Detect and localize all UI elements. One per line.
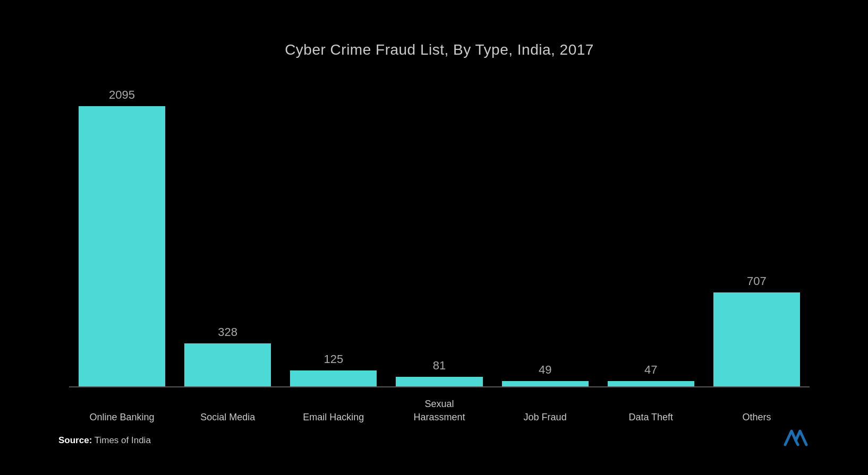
bar-group: 707Others — [704, 274, 810, 387]
bars-wrapper: 2095Online Banking328Social Media125Emai… — [69, 85, 810, 387]
bar-group: 2095Online Banking — [69, 88, 175, 387]
bar-label: Email Hacking — [296, 411, 371, 424]
bar-rect — [502, 381, 589, 387]
bar-value: 47 — [644, 363, 657, 377]
chart-container: Cyber Crime Fraud List, By Type, India, … — [27, 20, 841, 455]
bar-rect — [290, 370, 377, 387]
bar-rect — [608, 381, 694, 387]
chart-title: Cyber Crime Fraud List, By Type, India, … — [69, 41, 810, 58]
bar-label: Data Theft — [614, 411, 688, 424]
source-text: Times of India — [95, 435, 151, 445]
source-area: Source: Times of India — [58, 435, 151, 446]
bar-value: 2095 — [109, 88, 135, 102]
bar-group: 49Job Fraud — [492, 363, 598, 387]
bar-rect — [396, 377, 482, 387]
bar-label: Social Media — [191, 411, 265, 424]
bar-rect — [184, 343, 271, 387]
bar-group: 125Email Hacking — [280, 352, 386, 387]
bar-rect — [79, 106, 165, 387]
bar-label: Online Banking — [85, 411, 159, 424]
bar-rect — [713, 292, 800, 387]
chart-area: 2095Online Banking328Social Media125Emai… — [69, 85, 810, 387]
bar-label: Others — [719, 411, 794, 424]
bar-value: 707 — [747, 274, 767, 288]
bar-group: 47Data Theft — [598, 363, 704, 387]
bar-value: 328 — [218, 325, 237, 339]
bar-value: 49 — [539, 363, 551, 377]
source-label: Source: — [58, 435, 92, 445]
bar-value: 81 — [433, 359, 446, 373]
bar-label: Sexual Harassment — [402, 398, 476, 424]
logo — [782, 426, 810, 448]
bar-label: Job Fraud — [508, 411, 582, 424]
bar-group: 81Sexual Harassment — [386, 359, 492, 387]
bar-group: 328Social Media — [175, 325, 280, 387]
bar-value: 125 — [324, 352, 343, 366]
